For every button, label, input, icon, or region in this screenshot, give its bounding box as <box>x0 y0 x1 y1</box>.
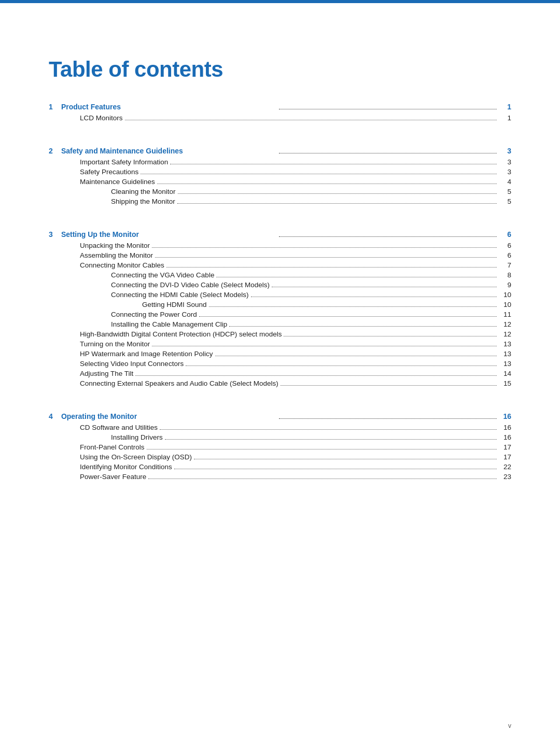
entry-title-2-5: Shipping the Monitor <box>111 198 175 205</box>
entry-page-3-9: 12 <box>499 320 511 328</box>
entry-dots-1-1 <box>125 120 497 120</box>
chapter-page-1: 1 <box>499 103 511 111</box>
chapter-row-1[interactable]: 1 Product Features 1 <box>49 103 511 111</box>
entry-page-2-4: 5 <box>499 188 511 195</box>
section-gap-1 <box>49 136 511 147</box>
chapter-num-3: 3 <box>49 230 59 238</box>
entry-row-3-14[interactable]: Adjusting The Tilt14 <box>49 370 511 377</box>
entry-title-3-2: Assembling the Monitor <box>80 251 153 259</box>
entry-title-2-4: Cleaning the Monitor <box>111 188 176 195</box>
entry-title-3-13: Selecting Video Input Connectors <box>80 360 184 368</box>
entry-row-3-3[interactable]: Connecting Monitor Cables7 <box>49 261 511 269</box>
entry-dots-4-3 <box>147 449 497 449</box>
entry-dots-2-4 <box>178 193 497 194</box>
entry-row-2-4[interactable]: Cleaning the Monitor5 <box>49 188 511 195</box>
entry-row-4-4[interactable]: Using the On-Screen Display (OSD)17 <box>49 453 511 461</box>
entry-page-3-4: 8 <box>499 271 511 279</box>
entry-row-3-11[interactable]: Turning on the Monitor13 <box>49 340 511 348</box>
entry-row-3-4[interactable]: Connecting the VGA Video Cable8 <box>49 271 511 279</box>
entry-row-3-8[interactable]: Connecting the Power Cord11 <box>49 311 511 318</box>
chapter-row-2[interactable]: 2 Safety and Maintenance Guidelines 3 <box>49 147 511 155</box>
chapter-row-3[interactable]: 3 Setting Up the Monitor 6 <box>49 230 511 238</box>
entry-title-3-1: Unpacking the Monitor <box>80 242 150 249</box>
entry-title-3-11: Turning on the Monitor <box>80 340 150 348</box>
entry-title-2-3: Maintenance Guidelines <box>80 178 155 186</box>
entry-title-3-15: Connecting External Speakers and Audio C… <box>80 379 278 387</box>
entry-page-4-3: 17 <box>499 443 511 451</box>
chapter-title-4: Operating the Monitor <box>59 412 277 420</box>
entry-dots-3-10 <box>284 336 497 336</box>
entry-page-2-5: 5 <box>499 198 511 205</box>
entry-page-3-15: 15 <box>499 379 511 387</box>
entry-page-3-5: 9 <box>499 281 511 289</box>
entry-dots-3-5 <box>272 287 497 287</box>
entry-page-2-2: 3 <box>499 168 511 176</box>
entry-dots-2-1 <box>170 164 497 164</box>
entry-row-3-13[interactable]: Selecting Video Input Connectors13 <box>49 360 511 368</box>
entry-row-3-2[interactable]: Assembling the Monitor6 <box>49 251 511 259</box>
entry-page-3-10: 12 <box>499 330 511 338</box>
entry-row-3-6[interactable]: Connecting the HDMI Cable (Select Models… <box>49 291 511 299</box>
chapter-title-1: Product Features <box>59 103 277 111</box>
entry-title-4-5: Identifying Monitor Conditions <box>80 463 172 471</box>
entry-dots-3-8 <box>199 316 497 317</box>
entry-dots-3-3 <box>166 267 497 268</box>
chapter-dots-2 <box>279 153 497 153</box>
entry-dots-3-4 <box>216 277 497 277</box>
chapter-row-4[interactable]: 4 Operating the Monitor 16 <box>49 412 511 420</box>
entry-page-4-6: 23 <box>499 473 511 481</box>
entry-page-2-3: 4 <box>499 178 511 186</box>
entry-page-3-6: 10 <box>499 291 511 299</box>
entry-dots-2-5 <box>177 203 497 204</box>
chapter-section-1: 1 Product Features 1LCD Monitors1 <box>49 103 511 122</box>
entry-dots-2-2 <box>141 174 497 174</box>
entry-page-4-4: 17 <box>499 453 511 461</box>
entry-title-3-6: Connecting the HDMI Cable (Select Models… <box>111 291 249 299</box>
entry-row-3-10[interactable]: High-Bandwidth Digital Content Protectio… <box>49 330 511 338</box>
entry-row-3-1[interactable]: Unpacking the Monitor6 <box>49 242 511 249</box>
page-footer: v <box>508 722 511 729</box>
entry-page-3-2: 6 <box>499 251 511 259</box>
entry-row-4-3[interactable]: Front-Panel Controls17 <box>49 443 511 451</box>
entry-page-3-11: 13 <box>499 340 511 348</box>
chapter-num-1: 1 <box>49 103 59 111</box>
top-border <box>0 0 560 3</box>
entry-row-3-12[interactable]: HP Watermark and Image Retention Policy1… <box>49 350 511 358</box>
entry-dots-4-2 <box>165 439 497 440</box>
entry-title-4-4: Using the On-Screen Display (OSD) <box>80 453 192 461</box>
chapter-section-4: 4 Operating the Monitor 16CD Software an… <box>49 412 511 481</box>
entry-row-2-5[interactable]: Shipping the Monitor5 <box>49 198 511 205</box>
entry-row-3-9[interactable]: Installing the Cable Management Clip12 <box>49 320 511 328</box>
entry-row-3-7[interactable]: Getting HDMI Sound10 <box>49 301 511 308</box>
chapter-page-2: 3 <box>499 147 511 155</box>
entry-row-2-3[interactable]: Maintenance Guidelines4 <box>49 178 511 186</box>
entry-title-3-7: Getting HDMI Sound <box>142 301 207 308</box>
entry-page-2-1: 3 <box>499 158 511 166</box>
entry-dots-2-3 <box>157 184 497 184</box>
entry-dots-4-4 <box>194 459 497 459</box>
entry-page-1-1: 1 <box>499 114 511 122</box>
entry-page-3-7: 10 <box>499 301 511 308</box>
entry-page-3-3: 7 <box>499 261 511 269</box>
entry-row-4-1[interactable]: CD Software and Utilities16 <box>49 424 511 431</box>
entry-row-4-5[interactable]: Identifying Monitor Conditions22 <box>49 463 511 471</box>
entry-title-4-1: CD Software and Utilities <box>80 424 158 431</box>
chapter-num-2: 2 <box>49 147 59 155</box>
entry-row-1-1[interactable]: LCD Monitors1 <box>49 114 511 122</box>
chapter-page-4: 16 <box>499 412 511 420</box>
entry-title-4-2: Installing Drivers <box>111 433 163 441</box>
entry-row-2-1[interactable]: Important Safety Information3 <box>49 158 511 166</box>
entry-dots-3-11 <box>152 346 497 346</box>
entry-title-3-12: HP Watermark and Image Retention Policy <box>80 350 213 358</box>
entry-row-3-5[interactable]: Connecting the DVI-D Video Cable (Select… <box>49 281 511 289</box>
entry-row-3-15[interactable]: Connecting External Speakers and Audio C… <box>49 379 511 387</box>
entry-page-3-8: 11 <box>499 311 511 318</box>
entry-title-3-8: Connecting the Power Cord <box>111 311 197 318</box>
entry-row-2-2[interactable]: Safety Precautions3 <box>49 168 511 176</box>
section-gap-2 <box>49 220 511 230</box>
entry-row-4-2[interactable]: Installing Drivers16 <box>49 433 511 441</box>
entry-page-3-14: 14 <box>499 370 511 377</box>
entry-dots-4-6 <box>148 479 497 479</box>
entry-title-2-2: Safety Precautions <box>80 168 138 176</box>
entry-row-4-6[interactable]: Power-Saver Feature23 <box>49 473 511 481</box>
